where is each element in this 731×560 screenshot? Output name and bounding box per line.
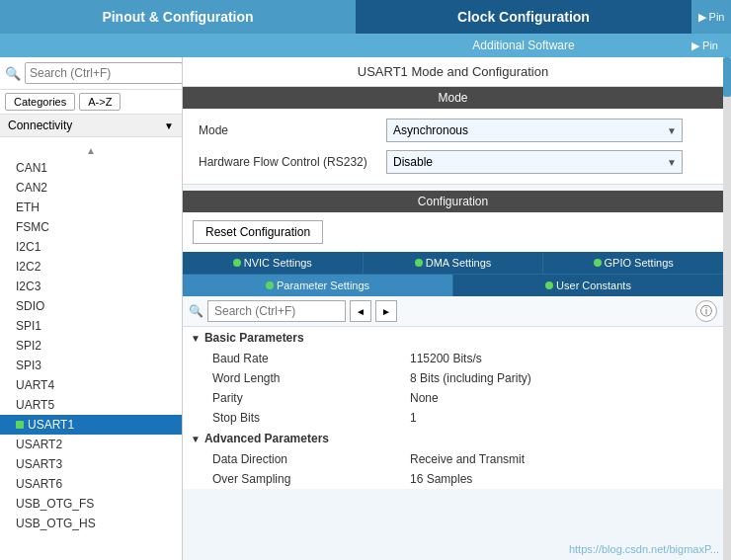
param-name: Data Direction xyxy=(212,452,410,466)
info-button[interactable]: ⓘ xyxy=(695,300,717,322)
basic-params-group: ▼ Basic Parameters Baud Rate 115200 Bits… xyxy=(183,327,723,428)
param-row-data-direction: Data Direction Receive and Transmit xyxy=(183,449,723,469)
sidebar-item-i2c2[interactable]: I2C2 xyxy=(0,257,182,277)
tab-categories[interactable]: Categories xyxy=(5,93,75,111)
mode-form: Mode Asynchronous ▼ Hardware Flow Contro… xyxy=(183,109,723,185)
sidebar-item-spi2[interactable]: SPI2 xyxy=(0,336,182,356)
sidebar: 🔍 ▼ ⚙ Categories A->Z Connectivity ▼ ▲ xyxy=(0,57,183,560)
mode-label: Mode xyxy=(199,123,386,137)
param-row-word-length: Word Length 8 Bits (including Parity) xyxy=(183,368,723,388)
sidebar-item-usb-otg-fs[interactable]: USB_OTG_FS xyxy=(0,494,182,514)
sidebar-search-input[interactable] xyxy=(25,62,183,84)
next-result-button[interactable]: ► xyxy=(375,300,397,322)
param-value: None xyxy=(410,391,439,405)
tab-dma-settings[interactable]: DMA Settings xyxy=(364,252,544,274)
mode-section-header: Mode xyxy=(183,87,723,109)
scrollbar[interactable] xyxy=(723,57,731,560)
prev-result-button[interactable]: ◄ xyxy=(350,300,371,322)
advanced-params-group: ▼ Advanced Parameters Data Direction Rec… xyxy=(183,428,723,489)
sidebar-item-uart4[interactable]: UART4 xyxy=(0,375,182,395)
tab-parameter-settings[interactable]: Parameter Settings xyxy=(183,275,453,296)
chevron-down-icon: ▼ xyxy=(164,120,174,131)
selected-indicator xyxy=(16,421,24,429)
param-value: 1 xyxy=(410,411,417,425)
param-row-over-sampling: Over Sampling 16 Samples xyxy=(183,469,723,489)
tab-nvic-settings[interactable]: NVIC Settings xyxy=(183,252,364,274)
params-search-input[interactable] xyxy=(207,300,346,322)
param-row-stop-bits: Stop Bits 1 xyxy=(183,408,723,428)
config-content: Reset Configuration NVIC Settings DMA Se… xyxy=(183,212,723,489)
search-icon: 🔍 xyxy=(5,66,21,81)
content-area: USART1 Mode and Configuration Mode Mode … xyxy=(183,57,723,560)
sidebar-item-i2c3[interactable]: I2C3 xyxy=(0,277,182,296)
param-value: 115200 Bits/s xyxy=(410,352,482,365)
pin-right-tab[interactable]: ▶ Pin xyxy=(691,0,731,34)
param-value: 8 Bits (including Parity) xyxy=(410,371,531,385)
scrollbar-thumb[interactable] xyxy=(723,57,731,97)
sidebar-item-usart6[interactable]: USART6 xyxy=(0,474,182,494)
sidebar-item-spi1[interactable]: SPI1 xyxy=(0,316,182,336)
pinout-tab[interactable]: Pinout & Configuration xyxy=(0,0,356,34)
sidebar-item-fsmc[interactable]: FSMC xyxy=(0,217,182,237)
hw-flow-label: Hardware Flow Control (RS232) xyxy=(199,155,386,169)
sidebar-item-i2c1[interactable]: I2C1 xyxy=(0,237,182,257)
sidebar-item-eth[interactable]: ETH xyxy=(0,198,182,217)
chevron-down-basic-icon: ▼ xyxy=(191,333,201,344)
hw-flow-select[interactable]: Disable xyxy=(386,150,683,174)
param-name: Stop Bits xyxy=(212,411,410,425)
additional-software-tab[interactable]: Additional Software xyxy=(356,39,691,52)
basic-params-header[interactable]: ▼ Basic Parameters xyxy=(183,327,723,349)
param-name: Word Length xyxy=(212,371,410,385)
clock-tab[interactable]: Clock Configuration xyxy=(356,0,691,34)
content-title: USART1 Mode and Configuration xyxy=(183,57,723,87)
sidebar-item-can2[interactable]: CAN2 xyxy=(0,178,182,198)
sidebar-item-usart2[interactable]: USART2 xyxy=(0,435,182,454)
param-row-parity: Parity None xyxy=(183,388,723,408)
param-name: Baud Rate xyxy=(212,352,410,365)
sidebar-item-usb-otg-hs[interactable]: USB_OTG_HS xyxy=(0,514,182,533)
param-value: 16 Samples xyxy=(410,472,472,486)
param-name: Parity xyxy=(212,391,410,405)
reset-configuration-button[interactable]: Reset Configuration xyxy=(193,220,323,244)
param-name: Over Sampling xyxy=(212,472,410,486)
sidebar-item-spi3[interactable]: SPI3 xyxy=(0,356,182,375)
mode-select[interactable]: Asynchronous xyxy=(386,119,683,142)
search-params-icon: 🔍 xyxy=(189,304,203,318)
sidebar-item-uart5[interactable]: UART5 xyxy=(0,395,182,415)
advanced-params-header[interactable]: ▼ Advanced Parameters xyxy=(183,428,723,449)
tab-az[interactable]: A->Z xyxy=(79,93,121,111)
sidebar-item-usart3[interactable]: USART3 xyxy=(0,454,182,474)
category-dropdown[interactable]: Connectivity ▼ xyxy=(0,115,182,137)
chevron-down-advanced-icon: ▼ xyxy=(191,434,201,444)
config-section-header: Configuration xyxy=(183,191,723,212)
tab-user-constants[interactable]: User Constants xyxy=(453,275,723,296)
param-value: Receive and Transmit xyxy=(410,452,525,466)
watermark: https://blog.csdn.net/bigmaxP... xyxy=(569,543,719,555)
param-row-baud-rate: Baud Rate 115200 Bits/s xyxy=(183,349,723,368)
sidebar-item-usart1[interactable]: USART1 xyxy=(0,415,182,435)
tab-gpio-settings[interactable]: GPIO Settings xyxy=(543,252,723,274)
sidebar-item-can1[interactable]: CAN1 xyxy=(0,158,182,178)
sidebar-item-sdio[interactable]: SDIO xyxy=(0,296,182,316)
pin-right-second[interactable]: ▶ Pin xyxy=(691,40,731,52)
scroll-up-arrow-icon: ▲ xyxy=(86,145,96,156)
nav-list: ▲ CAN1 CAN2 ETH FSMC I2C1 I2C2 I2C3 xyxy=(0,137,182,560)
